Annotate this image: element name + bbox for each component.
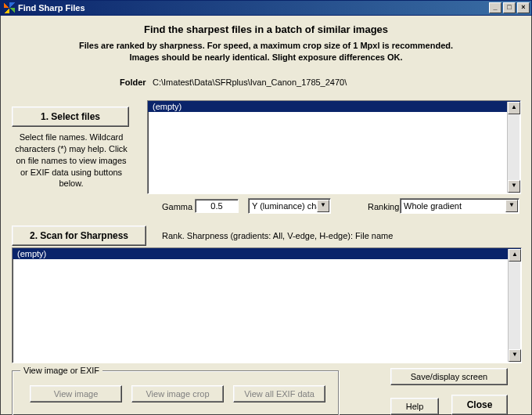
view-image-groupbox: View image or EXIF View image View image… <box>12 370 339 415</box>
chevron-down-icon[interactable]: ▼ <box>505 200 518 212</box>
page-subtext: Files are ranked by sharpness. For speed… <box>10 40 522 63</box>
minimize-button[interactable]: _ <box>489 2 501 13</box>
results-listbox[interactable]: (empty) ▲ ▼ <box>12 247 522 363</box>
subtext-line2: Images should be nearly identical. Sligh… <box>129 52 402 62</box>
ranking-selected: Whole gradient <box>404 201 462 211</box>
window-buttons: _ □ × <box>489 2 530 13</box>
gamma-input[interactable] <box>195 199 239 213</box>
files-scrollbar[interactable]: ▲ ▼ <box>507 102 519 193</box>
maximize-button[interactable]: □ <box>503 2 516 13</box>
scroll-down-icon[interactable]: ▼ <box>509 349 521 362</box>
results-header: Rank. Sharpness (gradients: All, V-edge,… <box>162 231 393 240</box>
app-icon <box>4 2 15 13</box>
page-heading: Find the sharpest files in a batch of si… <box>10 23 522 35</box>
window-title: Find Sharp Files <box>18 3 489 13</box>
scroll-up-icon[interactable]: ▲ <box>508 102 520 114</box>
gamma-label: Gamma <box>162 202 192 211</box>
scroll-up-icon[interactable]: ▲ <box>509 249 521 262</box>
scan-sharpness-button[interactable]: 2. Scan for Sharpness <box>12 226 146 246</box>
channel-dropdown[interactable]: Y (luminance) chan. ▼ <box>248 198 331 214</box>
help-button[interactable]: Help <box>390 398 439 415</box>
select-files-help: Select file names. Wildcard characters (… <box>15 132 128 189</box>
save-display-button[interactable]: Save/display screen <box>390 368 508 385</box>
select-files-button[interactable]: 1. Select files <box>12 106 129 127</box>
client-area: Find the sharpest files in a batch of si… <box>0 16 532 415</box>
folder-label: Folder <box>120 78 146 87</box>
subtext-line1: Files are ranked by sharpness. For speed… <box>79 41 453 50</box>
view-exif-button[interactable]: View all EXIF data <box>233 385 325 402</box>
folder-path: C:\Imatest\Data\SFRplus\Ivan_Canon_1785_… <box>153 78 347 87</box>
close-window-button[interactable]: × <box>517 2 530 13</box>
titlebar: Find Sharp Files _ □ × <box>0 0 532 16</box>
ranking-dropdown[interactable]: Whole gradient ▼ <box>400 198 519 214</box>
files-list-empty: (empty) <box>148 101 520 112</box>
view-image-crop-button[interactable]: View image crop <box>131 385 224 402</box>
chevron-down-icon[interactable]: ▼ <box>317 200 329 212</box>
scroll-down-icon[interactable]: ▼ <box>508 180 520 193</box>
ranking-label: Ranking <box>368 202 399 211</box>
view-image-button[interactable]: View image <box>30 385 122 402</box>
groupbox-legend: View image or EXIF <box>20 366 102 375</box>
results-scrollbar[interactable]: ▲ ▼ <box>508 249 520 362</box>
results-list-empty: (empty) <box>13 248 521 259</box>
files-listbox[interactable]: (empty) ▲ ▼ <box>147 100 521 194</box>
close-button[interactable]: Close <box>451 395 508 415</box>
